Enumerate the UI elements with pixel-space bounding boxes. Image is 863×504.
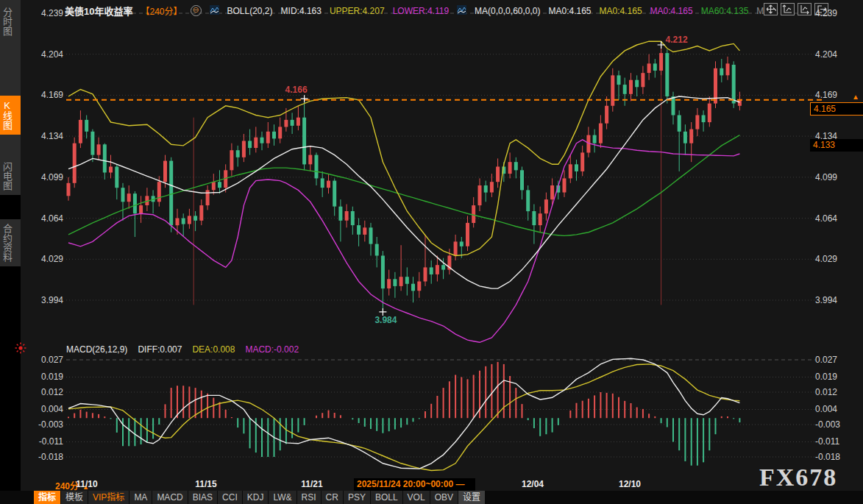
ma0-value-3: MA0:4.165 xyxy=(650,6,693,16)
last-price-badge: 4.165 xyxy=(810,102,863,116)
annotation-peak-high: 4.212 xyxy=(666,35,688,45)
ma0-value-1: MA0:4.165 xyxy=(549,6,592,16)
axis-tick: 3.994 xyxy=(22,295,63,305)
macd-dea-line xyxy=(68,364,739,471)
axis-tick: -0.018 xyxy=(22,452,63,462)
axis-tick: 4.064 xyxy=(815,213,861,224)
sidebar: 分时图K线图闪电图合约资料 xyxy=(0,0,21,504)
sidebar-tab-4[interactable]: 合约资料 xyxy=(0,219,21,266)
toolbar-item-指标[interactable]: 指标 xyxy=(34,491,61,504)
x-axis-date: 11/10 xyxy=(61,479,113,489)
axis-tick: 4.134 xyxy=(22,131,63,141)
macd-histogram xyxy=(68,362,739,466)
axis-tick: 0.012 xyxy=(815,387,861,397)
axis-tick: -0.003 xyxy=(815,419,861,430)
macd-value: MACD:-0.002 xyxy=(245,344,299,355)
macd-diff-line xyxy=(68,358,739,469)
auto-scale-y-icon[interactable] xyxy=(781,3,795,15)
toolbar-row: 指标模板VIP指标MAMACDBIASCCIKDJLW&RSICRPSYBOLL… xyxy=(0,491,863,504)
axis-tick: 4.169 xyxy=(22,90,63,100)
toolbar-item-BOLL[interactable]: BOLL xyxy=(371,491,403,504)
x-axis-date: 12/10 xyxy=(604,479,656,489)
x-axis: 240分▲ 2025/11/24 20:00~00:00 — 11/1011/1… xyxy=(0,478,863,491)
toolbar-item-VIP指标[interactable]: VIP指标 xyxy=(88,491,129,504)
toolbar-item-模板[interactable]: 模板 xyxy=(61,491,88,504)
axis-tick: -0.011 xyxy=(815,436,861,447)
ma60-value: MA60:4.135 xyxy=(701,6,749,16)
axis-tick: 4.099 xyxy=(815,172,861,182)
toolbar-item-BIAS[interactable]: BIAS xyxy=(188,491,218,504)
axis-tick: 0.019 xyxy=(22,372,63,382)
toolbar-item-MACD[interactable]: MACD xyxy=(152,491,188,504)
candles xyxy=(67,45,742,312)
indicator-header: 美债10年收益率 【240分】 ⊖ BOLL(20,2) MID:4.163 U… xyxy=(65,4,764,18)
crosshair-mark xyxy=(301,95,308,102)
toolbar-item-OBV[interactable]: OBV xyxy=(430,491,458,504)
boll-indicator-icon xyxy=(210,5,219,17)
axis-tick: 4.029 xyxy=(815,254,861,264)
axis-tick: 4.064 xyxy=(22,213,63,224)
annotation-low: 3.984 xyxy=(374,315,397,325)
boll-upper-value: UPPER:4.207 xyxy=(330,6,385,16)
axis-tick: 3.994 xyxy=(815,295,861,305)
boll-mid-line xyxy=(68,96,739,288)
toolbar-item-CR[interactable]: CR xyxy=(322,491,344,504)
toolbar-item-RSI[interactable]: RSI xyxy=(297,491,322,504)
crosshair-date-box: 2025/11/24 20:00~00:00 — xyxy=(354,478,475,491)
x-axis-date: 11/15 xyxy=(180,479,232,489)
axis-tick: -0.011 xyxy=(22,436,63,447)
sidebar-tab-3[interactable]: 闪电图 xyxy=(0,157,21,195)
period-label[interactable]: 【240分】 xyxy=(141,4,182,17)
boll-mid-value: MID:4.163 xyxy=(281,6,322,16)
macd-dea-value: DEA:0.008 xyxy=(192,344,235,355)
axis-tick: 0.012 xyxy=(22,387,63,397)
toolbar-item-PSY[interactable]: PSY xyxy=(344,491,371,504)
axis-tick: 0.004 xyxy=(22,404,63,414)
axis-tick: 0.019 xyxy=(815,372,861,382)
toolbar-item-MA[interactable]: MA xyxy=(129,491,152,504)
macd-diff-value: DIFF:0.007 xyxy=(138,344,182,355)
ma-suffix: M xyxy=(756,6,764,16)
crosshair-mark xyxy=(658,41,665,49)
boll-name: BOLL(20,2) xyxy=(227,6,273,16)
sidebar-tab-2[interactable]: K线图 xyxy=(0,96,21,135)
toolbar-item-LW&[interactable]: LW& xyxy=(269,491,296,504)
annotation-local-high: 4.166 xyxy=(285,85,308,95)
ma-name: MA(0,0,0,60,0,0) xyxy=(475,6,540,16)
axis-tick: 0.027 xyxy=(22,355,63,365)
instrument-title: 美债10年收益率 xyxy=(65,4,132,18)
indicator-toolbar: 指标模板VIP指标MAMACDBIASCCIKDJLW&RSICRPSYBOLL… xyxy=(34,491,486,504)
axis-tick: 4.099 xyxy=(22,172,63,182)
axis-tick: 4.204 xyxy=(815,49,861,60)
chart-canvas[interactable] xyxy=(0,0,863,504)
axis-tick: 4.204 xyxy=(22,49,63,60)
axis-tick: 0.027 xyxy=(815,355,861,365)
axis-tick: -0.003 xyxy=(22,419,63,430)
price-up-arrow-icon: ▲ xyxy=(852,93,859,101)
trading-app: 分时图K线图闪电图合约资料 美债10年收益率 【240分】 ⊖ BOLL(20,… xyxy=(0,0,863,504)
ma0-value-2: MA0:4.165 xyxy=(600,6,642,16)
axis-tick: -0.018 xyxy=(815,452,861,462)
x-axis-date: 12/04 xyxy=(507,479,558,489)
macd-header: MACD(26,12,9) DIFF:0.007 DEA:0.008 MACD:… xyxy=(66,344,299,355)
toolbar-item-CCI[interactable]: CCI xyxy=(218,491,243,504)
ma-price-badge: 4.133 xyxy=(810,139,863,152)
boll-lower-value: LOWER:4.119 xyxy=(393,6,449,16)
toolbar-item-设置[interactable]: 设置 xyxy=(458,491,486,504)
collapse-icon[interactable]: ⊖ xyxy=(191,5,202,16)
pan-icon[interactable] xyxy=(764,3,778,15)
x-axis-date: 11/21 xyxy=(286,479,338,489)
sidebar-tab-1[interactable]: 分时图 xyxy=(0,3,21,40)
ma-indicator-icon xyxy=(457,5,466,17)
toolbar-item-VOL[interactable]: VOL xyxy=(403,491,430,504)
macd-name: MACD(26,12,9) xyxy=(66,344,127,355)
axis-tick: 4.239 xyxy=(22,8,63,18)
axis-tick: 4.029 xyxy=(22,254,63,264)
axis-tick: 0.004 xyxy=(815,404,861,414)
auto-scale-x-icon[interactable] xyxy=(798,3,811,15)
boll-lower-line xyxy=(68,140,739,342)
toolbar-item-KDJ[interactable]: KDJ xyxy=(243,491,269,504)
axis-tick: 4.239 xyxy=(815,8,861,18)
